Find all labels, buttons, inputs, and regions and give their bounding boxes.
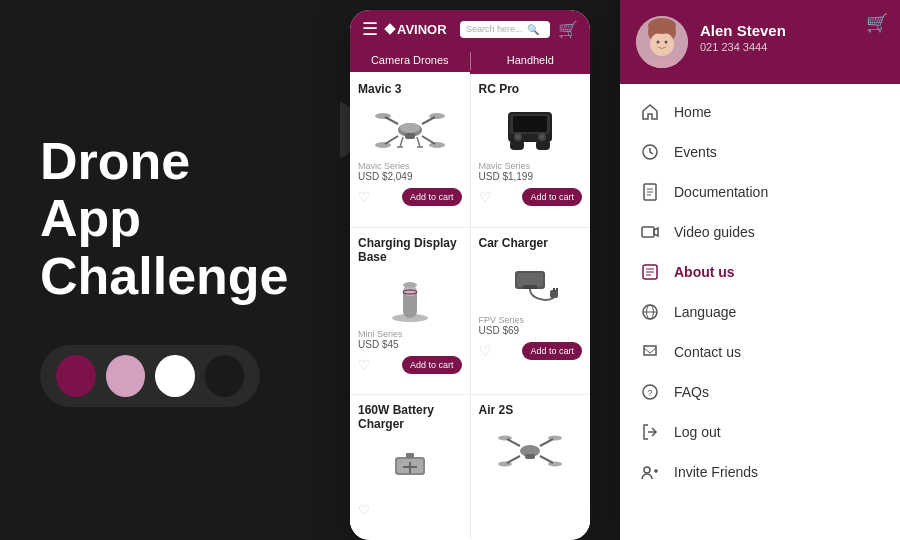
menu-label-video-guides: Video guides bbox=[674, 224, 755, 240]
svg-point-9 bbox=[429, 142, 445, 148]
product-actions-rcpro: ♡ Add to cart bbox=[479, 188, 583, 206]
product-image-car-charger bbox=[479, 256, 583, 311]
menu-item-invite-friends[interactable]: Invite Friends bbox=[620, 452, 900, 492]
product-card-charging-base: Charging Display Base Mini Series USD $4… bbox=[350, 228, 470, 395]
phone-header: ☰ AVINOR Search here... 🔍 🛒 bbox=[350, 10, 590, 48]
user-avatar bbox=[636, 16, 688, 68]
menu-label-faqs: FAQs bbox=[674, 384, 709, 400]
menu-item-home[interactable]: Home bbox=[620, 92, 900, 132]
drawer-header: Alen Steven 021 234 3444 🛒 bbox=[620, 0, 900, 84]
svg-rect-17 bbox=[513, 116, 547, 132]
product-price-car-charger: USD $69 bbox=[479, 325, 583, 336]
add-to-cart-charging-base[interactable]: Add to cart bbox=[402, 356, 462, 374]
product-image-rcpro bbox=[479, 102, 583, 157]
svg-point-54 bbox=[657, 41, 660, 44]
drawer-cart-icon[interactable]: 🛒 bbox=[866, 12, 888, 34]
add-to-cart-mavic3[interactable]: Add to cart bbox=[402, 188, 462, 206]
doc-icon bbox=[640, 182, 660, 202]
contact-icon bbox=[640, 342, 660, 362]
menu-label-events: Events bbox=[674, 144, 717, 160]
avinor-logo: AVINOR bbox=[386, 22, 452, 37]
svg-point-22 bbox=[516, 135, 520, 139]
car-charger-image bbox=[495, 256, 565, 311]
product-actions-charging-base: ♡ Add to cart bbox=[358, 356, 462, 374]
svg-line-11 bbox=[400, 137, 403, 147]
search-bar[interactable]: Search here... 🔍 bbox=[460, 21, 550, 38]
phone-mockup: ☰ AVINOR Search here... 🔍 🛒 Camera Drone… bbox=[350, 10, 590, 540]
product-image-air2s bbox=[479, 423, 583, 478]
cart-icon[interactable]: 🛒 bbox=[558, 20, 578, 39]
svg-point-48 bbox=[548, 462, 562, 467]
menu-item-about-us[interactable]: About us bbox=[620, 252, 900, 292]
language-icon bbox=[640, 302, 660, 322]
color-dot-dark bbox=[205, 355, 245, 397]
menu-item-language[interactable]: Language bbox=[620, 292, 900, 332]
product-actions-car-charger: ♡ Add to cart bbox=[479, 342, 583, 360]
menu-label-contact-us: Contact us bbox=[674, 344, 741, 360]
svg-rect-10 bbox=[405, 133, 415, 139]
add-to-cart-car-charger[interactable]: Add to cart bbox=[522, 342, 582, 360]
menu-item-events[interactable]: Events bbox=[620, 132, 900, 172]
tab-camera-drones[interactable]: Camera Drones bbox=[350, 48, 470, 74]
product-card-rcpro: RC Pro Mavic Series bbox=[471, 74, 591, 227]
tab-handheld[interactable]: Handheld bbox=[471, 48, 591, 74]
svg-rect-19 bbox=[536, 140, 550, 150]
drawer-panel: Alen Steven 021 234 3444 🛒 Home Events D… bbox=[620, 0, 900, 540]
svg-point-27 bbox=[403, 282, 417, 288]
svg-rect-32 bbox=[550, 290, 558, 298]
color-palette bbox=[40, 345, 260, 407]
svg-point-1 bbox=[400, 123, 420, 133]
svg-point-6 bbox=[375, 113, 391, 119]
svg-point-55 bbox=[665, 41, 668, 44]
video-icon bbox=[640, 222, 660, 242]
menu-item-faqs[interactable]: ? FAQs bbox=[620, 372, 900, 412]
svg-line-12 bbox=[417, 137, 420, 147]
svg-rect-31 bbox=[523, 285, 537, 289]
product-series-charging-base: Mini Series bbox=[358, 329, 462, 339]
menu-items-list: Home Events Documentation Video guides bbox=[620, 84, 900, 500]
hamburger-icon[interactable]: ☰ bbox=[362, 18, 378, 40]
menu-label-documentation: Documentation bbox=[674, 184, 768, 200]
charging-base-image bbox=[385, 270, 435, 325]
menu-item-logout[interactable]: Log out bbox=[620, 412, 900, 452]
left-section: Drone App Challenge bbox=[0, 0, 340, 540]
drone-image bbox=[370, 102, 450, 157]
product-name-car-charger: Car Charger bbox=[479, 236, 583, 250]
svg-rect-49 bbox=[525, 454, 535, 459]
svg-rect-33 bbox=[553, 288, 555, 291]
product-image-battery-charger bbox=[358, 437, 462, 492]
menu-item-video-guides[interactable]: Video guides bbox=[620, 212, 900, 252]
svg-point-53 bbox=[648, 18, 676, 34]
home-icon bbox=[640, 102, 660, 122]
wishlist-btn-rcpro[interactable]: ♡ bbox=[479, 189, 492, 205]
product-name-charging-base: Charging Display Base bbox=[358, 236, 462, 264]
svg-point-47 bbox=[498, 462, 512, 467]
svg-point-52 bbox=[650, 32, 674, 56]
add-to-cart-rcpro[interactable]: Add to cart bbox=[522, 188, 582, 206]
svg-point-7 bbox=[429, 113, 445, 119]
product-card-air2s: Air 2S bbox=[471, 395, 591, 539]
wishlist-btn-car-charger[interactable]: ♡ bbox=[479, 343, 492, 359]
about-icon bbox=[640, 262, 660, 282]
svg-rect-37 bbox=[406, 453, 414, 458]
search-icon[interactable]: 🔍 bbox=[527, 24, 539, 35]
svg-rect-18 bbox=[510, 140, 524, 150]
wishlist-btn-mavic3[interactable]: ♡ bbox=[358, 189, 371, 205]
logo-diamond bbox=[384, 23, 395, 34]
product-card-battery-charger: 160W Battery Charger ♡ bbox=[350, 395, 470, 539]
product-actions-battery-charger: ♡ bbox=[358, 502, 462, 518]
menu-item-contact-us[interactable]: Contact us bbox=[620, 332, 900, 372]
controller-image bbox=[500, 102, 560, 157]
product-name-rcpro: RC Pro bbox=[479, 82, 583, 96]
product-price-mavic3: USD $2,049 bbox=[358, 171, 462, 182]
hero-title: Drone App Challenge bbox=[40, 133, 300, 305]
logout-icon bbox=[640, 422, 660, 442]
product-price-rcpro: USD $1,199 bbox=[479, 171, 583, 182]
menu-label-about-us: About us bbox=[674, 264, 735, 280]
wishlist-btn-battery-charger[interactable]: ♡ bbox=[358, 502, 371, 518]
product-series-rcpro: Mavic Series bbox=[479, 161, 583, 171]
menu-label-invite-friends: Invite Friends bbox=[674, 464, 758, 480]
menu-item-documentation[interactable]: Documentation bbox=[620, 172, 900, 212]
svg-point-8 bbox=[375, 142, 391, 148]
wishlist-btn-charging-base[interactable]: ♡ bbox=[358, 357, 371, 373]
